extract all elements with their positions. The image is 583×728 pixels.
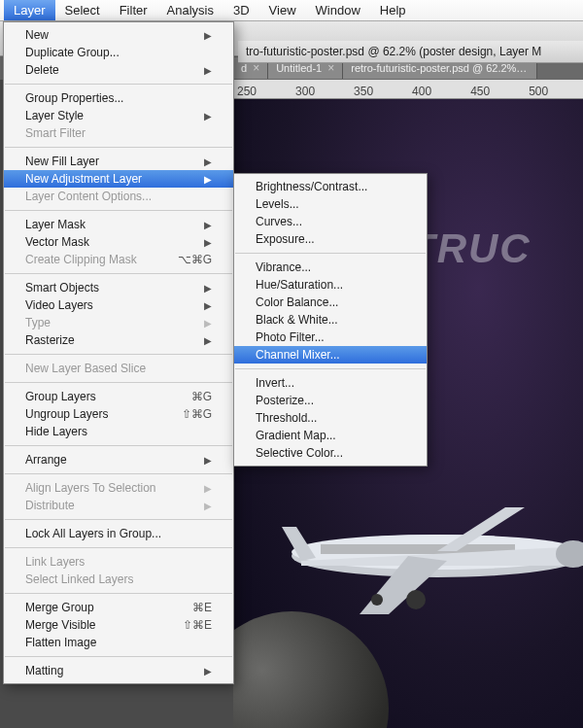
submenu-arrow-icon: ▶ — [204, 455, 212, 466]
layer-menu-layer-mask[interactable]: Layer Mask▶ — [4, 216, 233, 233]
layer-menu-vector-mask[interactable]: Vector Mask▶ — [4, 233, 233, 251]
menu-item-label: Rasterize — [25, 333, 75, 347]
layer-menu-type: Type▶ — [4, 314, 233, 331]
layer-menu-ungroup-layers[interactable]: Ungroup Layers⇧⌘G — [4, 405, 233, 423]
menu-item-label: New Fill Layer — [25, 155, 99, 168]
menu-shortcut: ⌘E — [192, 601, 212, 614]
menu-item-label: Brightness/Contrast... — [256, 180, 367, 193]
menu-item-label: Group Properties... — [25, 91, 123, 105]
adjustment-menu-levels[interactable]: Levels... — [234, 195, 427, 213]
menu-item-label: Flatten Image — [25, 636, 96, 649]
menubar-item-window[interactable]: Window — [306, 0, 370, 20]
menubar-item-analysis[interactable]: Analysis — [157, 0, 223, 20]
ruler-tick: 450 — [470, 85, 490, 98]
submenu-arrow-icon: ▶ — [204, 501, 212, 511]
menu-item-label: Black & White... — [256, 313, 338, 327]
layer-menu-link-layers: Link Layers — [4, 553, 233, 571]
menu-item-label: Layer Mask — [25, 218, 86, 231]
adjustment-menu-exposure[interactable]: Exposure... — [234, 230, 427, 248]
adjustment-menu-vibrance[interactable]: Vibrance... — [234, 259, 427, 276]
close-icon[interactable]: × — [253, 61, 259, 75]
menu-separator — [5, 547, 232, 548]
menu-item-label: Group Layers — [25, 390, 96, 403]
menu-item-label: Matting — [25, 664, 63, 677]
layer-menu-merge-group[interactable]: Merge Group⌘E — [4, 599, 233, 616]
menubar-item-select[interactable]: Select — [55, 0, 110, 20]
layer-menu-new[interactable]: New▶ — [4, 26, 233, 44]
menu-separator — [235, 253, 426, 254]
layer-menu-new-fill-layer[interactable]: New Fill Layer▶ — [4, 153, 233, 170]
submenu-arrow-icon: ▶ — [204, 174, 212, 185]
menubar: LayerSelectFilterAnalysis3DViewWindowHel… — [0, 0, 583, 21]
layer-menu: New▶Duplicate Group...Delete▶Group Prope… — [3, 21, 234, 684]
submenu-arrow-icon: ▶ — [204, 30, 212, 41]
adjustment-menu-brightness-contrast[interactable]: Brightness/Contrast... — [234, 178, 427, 195]
menubar-item-help[interactable]: Help — [370, 0, 416, 20]
layer-menu-group-layers[interactable]: Group Layers⌘G — [4, 388, 233, 405]
menu-item-label: Invert... — [256, 376, 294, 390]
adjustment-menu-posterize[interactable]: Posterize... — [234, 392, 427, 409]
layer-menu-create-clipping-mask: Create Clipping Mask⌥⌘G — [4, 251, 233, 268]
adjustment-menu-photo-filter[interactable]: Photo Filter... — [234, 329, 427, 346]
layer-menu-video-layers[interactable]: Video Layers▶ — [4, 296, 233, 314]
adjustment-menu-threshold[interactable]: Threshold... — [234, 409, 427, 427]
menu-item-label: Selective Color... — [256, 446, 343, 460]
svg-point-4 — [406, 590, 426, 609]
menu-item-label: Posterize... — [256, 394, 314, 407]
menu-item-label: Smart Objects — [25, 281, 99, 295]
menu-item-label: Gradient Map... — [256, 429, 336, 442]
menu-shortcut: ⇧⌘E — [183, 618, 212, 632]
menu-separator — [5, 445, 232, 446]
ruler-tick: 250 — [237, 85, 257, 98]
new-adjustment-layer-submenu: Brightness/Contrast...Levels...Curves...… — [233, 173, 428, 467]
layer-menu-duplicate-group[interactable]: Duplicate Group... — [4, 44, 233, 61]
menu-item-label: Align Layers To Selection — [25, 481, 156, 495]
menu-item-label: Create Clipping Mask — [25, 253, 137, 266]
menu-item-label: Layer Content Options... — [25, 190, 152, 203]
menu-item-label: Photo Filter... — [256, 330, 325, 344]
adjustment-menu-selective-color[interactable]: Selective Color... — [234, 444, 427, 462]
adjustment-menu-hue-saturation[interactable]: Hue/Saturation... — [234, 276, 427, 294]
menubar-item-filter[interactable]: Filter — [110, 0, 157, 20]
menu-shortcut: ⌘G — [191, 390, 212, 403]
ruler-tick: 300 — [295, 85, 315, 98]
menu-item-label: Hide Layers — [25, 425, 87, 438]
layer-menu-layer-style[interactable]: Layer Style▶ — [4, 107, 233, 124]
menu-item-label: Duplicate Group... — [25, 46, 120, 59]
submenu-arrow-icon: ▶ — [204, 111, 212, 121]
layer-menu-distribute: Distribute▶ — [4, 497, 233, 514]
layer-menu-matting[interactable]: Matting▶ — [4, 662, 233, 679]
menu-item-label: Exposure... — [256, 232, 315, 246]
close-icon[interactable]: × — [327, 61, 334, 75]
menu-item-label: Curves... — [256, 215, 302, 228]
ruler-tick: 350 — [354, 85, 373, 98]
menu-item-label: Lock All Layers in Group... — [25, 527, 161, 540]
adjustment-menu-color-balance[interactable]: Color Balance... — [234, 294, 427, 311]
layer-menu-new-adjustment-layer[interactable]: New Adjustment Layer▶ — [4, 170, 233, 188]
adjustment-menu-black-white[interactable]: Black & White... — [234, 311, 427, 329]
menu-item-label: Distribute — [25, 499, 75, 512]
adjustment-menu-gradient-map[interactable]: Gradient Map... — [234, 427, 427, 444]
menubar-item-3d[interactable]: 3D — [223, 0, 259, 20]
menubar-item-view[interactable]: View — [259, 0, 306, 20]
layer-menu-flatten-image[interactable]: Flatten Image — [4, 634, 233, 651]
layer-menu-lock-all-layers-in-group[interactable]: Lock All Layers in Group... — [4, 525, 233, 542]
adjustment-menu-invert[interactable]: Invert... — [234, 374, 427, 392]
layer-menu-merge-visible[interactable]: Merge Visible⇧⌘E — [4, 616, 233, 634]
layer-menu-group-properties[interactable]: Group Properties... — [4, 89, 233, 107]
menu-separator — [5, 473, 232, 474]
menu-separator — [5, 519, 232, 520]
layer-menu-delete[interactable]: Delete▶ — [4, 61, 233, 79]
menu-item-label: New Adjustment Layer — [25, 172, 142, 186]
menu-shortcut: ⇧⌘G — [182, 407, 212, 421]
menu-item-label: Vector Mask — [25, 235, 89, 249]
layer-menu-smart-objects[interactable]: Smart Objects▶ — [4, 279, 233, 296]
adjustment-menu-curves[interactable]: Curves... — [234, 213, 427, 230]
layer-menu-arrange[interactable]: Arrange▶ — [4, 451, 233, 468]
menubar-item-layer[interactable]: Layer — [4, 0, 55, 20]
menu-item-label: Ungroup Layers — [25, 407, 108, 421]
layer-menu-hide-layers[interactable]: Hide Layers — [4, 423, 233, 440]
menu-separator — [5, 656, 232, 657]
adjustment-menu-channel-mixer[interactable]: Channel Mixer... — [234, 346, 427, 364]
layer-menu-rasterize[interactable]: Rasterize▶ — [4, 331, 233, 349]
